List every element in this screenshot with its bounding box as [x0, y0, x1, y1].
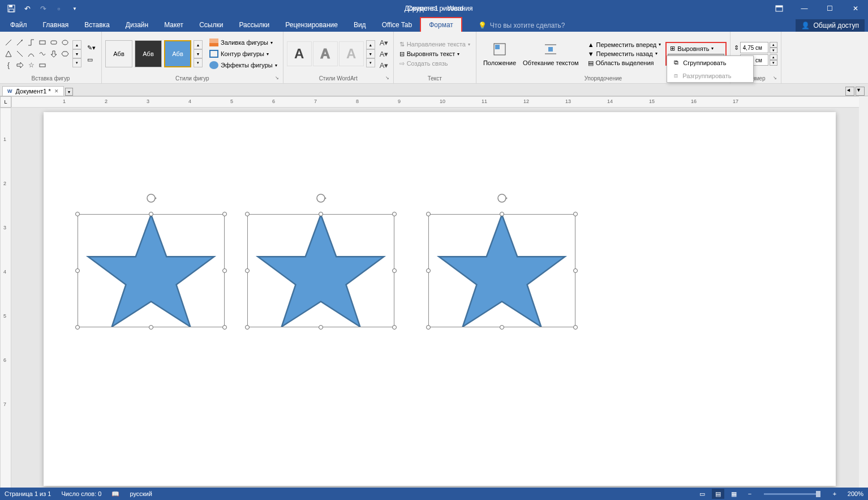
resize-handle[interactable]: [245, 268, 250, 273]
bring-forward-button[interactable]: ▲Переместить вперед▾: [586, 41, 664, 49]
text-fill-button[interactable]: A▾: [379, 37, 390, 48]
resize-handle[interactable]: [426, 212, 431, 216]
rotate-handle-icon[interactable]: [496, 193, 508, 204]
shape-effects-button[interactable]: Эффекты фигуры▾: [207, 60, 280, 70]
wordart-gallery[interactable]: A A A: [287, 41, 364, 66]
rotate-handle-icon[interactable]: [315, 193, 326, 204]
share-button[interactable]: 👤 Общий доступ: [796, 19, 865, 32]
text-effects-button[interactable]: A▾: [379, 60, 390, 70]
resize-handle[interactable]: [319, 325, 323, 330]
shape-elbow[interactable]: [26, 37, 36, 48]
text-direction-button[interactable]: ⇅Направление текста▾: [397, 40, 472, 49]
shape-style-2[interactable]: Абв: [135, 40, 162, 67]
wordart-style-1[interactable]: A: [287, 41, 312, 66]
shape-brace[interactable]: {: [3, 60, 14, 70]
text-wrap-button[interactable]: Обтекание текстом: [519, 39, 582, 68]
shape-style-1[interactable]: Абв: [105, 40, 132, 67]
resize-handle[interactable]: [149, 325, 153, 330]
shapes-gallery[interactable]: { ☆: [3, 37, 70, 70]
shape-rect[interactable]: [37, 37, 48, 48]
tab-nav-left[interactable]: ◄: [845, 87, 854, 96]
close-tab-icon[interactable]: ✕: [54, 88, 59, 94]
shapes-scroll-up[interactable]: ▲: [72, 40, 81, 49]
shape-style-3[interactable]: Абв: [164, 40, 191, 67]
redo-button[interactable]: ↷: [36, 2, 50, 15]
tab-mailings[interactable]: Рассылки: [231, 18, 277, 32]
tell-me-search[interactable]: 💡 Что вы хотите сделать?: [474, 19, 570, 32]
resize-handle[interactable]: [500, 325, 504, 330]
page-indicator[interactable]: Страница 1 из 1: [5, 490, 51, 497]
width-up[interactable]: ▲: [770, 54, 777, 60]
resize-handle[interactable]: [222, 325, 227, 330]
height-input[interactable]: [740, 42, 768, 53]
vertical-ruler[interactable]: 1 2 3 4 5 6 7: [0, 108, 11, 489]
resize-handle[interactable]: [426, 325, 431, 330]
tab-view[interactable]: Вид: [346, 18, 374, 32]
resize-handle[interactable]: [573, 325, 578, 330]
height-down[interactable]: ▼: [770, 48, 777, 53]
shape-star[interactable]: ☆: [26, 60, 36, 70]
resize-handle[interactable]: [500, 212, 504, 216]
resize-handle[interactable]: [573, 268, 578, 273]
read-mode-button[interactable]: ▭: [696, 489, 708, 499]
width-down[interactable]: ▼: [770, 60, 777, 66]
shape-outline-button[interactable]: Контур фигуры▾: [207, 49, 280, 59]
wordart-scroll-down[interactable]: ▼: [366, 49, 375, 58]
tab-home[interactable]: Главная: [35, 18, 77, 32]
wordart-style-2[interactable]: A: [313, 41, 338, 66]
wordart-more-button[interactable]: ▾: [366, 58, 375, 67]
resize-handle[interactable]: [245, 212, 250, 216]
resize-handle[interactable]: [573, 212, 578, 216]
horizontal-ruler[interactable]: 1234567891011121314151617: [11, 96, 868, 108]
undo-button[interactable]: ↶: [20, 2, 34, 15]
align-text-button[interactable]: ⊟Выровнять текст▾: [397, 50, 472, 58]
page-container[interactable]: [11, 108, 868, 489]
star-shape-1[interactable]: [78, 214, 225, 327]
vertical-scrollbar[interactable]: [859, 96, 868, 488]
text-box-button[interactable]: ▭: [85, 55, 98, 65]
tab-options-button[interactable]: ▾: [65, 88, 73, 96]
zoom-level[interactable]: 200%: [848, 490, 863, 497]
close-button[interactable]: ✕: [843, 0, 868, 17]
resize-handle[interactable]: [392, 212, 397, 216]
shape-triangle[interactable]: [3, 49, 14, 59]
group-menu-ungroup[interactable]: ⧈Разгруппировать: [667, 69, 753, 82]
maximize-button[interactable]: ☐: [817, 0, 843, 17]
spell-check-icon[interactable]: 📖: [111, 490, 119, 498]
styles-scroll-down[interactable]: ▼: [194, 49, 203, 58]
shape-banner[interactable]: [37, 60, 48, 70]
tab-format[interactable]: Формат: [420, 17, 462, 32]
tab-design[interactable]: Дизайн: [118, 18, 156, 32]
shapes-more-button[interactable]: ▾: [72, 58, 81, 67]
wordart-scroll-up[interactable]: ▲: [366, 40, 375, 49]
resize-handle[interactable]: [319, 212, 323, 216]
resize-handle[interactable]: [75, 212, 80, 216]
zoom-out-button[interactable]: −: [744, 489, 756, 499]
shape-arrow-down[interactable]: [49, 49, 59, 59]
styles-dialog-launcher[interactable]: ↘: [275, 75, 282, 82]
shape-oval[interactable]: [60, 37, 70, 48]
resize-handle[interactable]: [245, 325, 250, 330]
resize-handle[interactable]: [392, 325, 397, 330]
shape-curve[interactable]: [26, 49, 36, 59]
language-indicator[interactable]: русский: [130, 490, 152, 497]
shape-fill-button[interactable]: Заливка фигуры▾: [207, 37, 280, 48]
create-link-button[interactable]: ⇨Создать связь: [397, 59, 472, 68]
zoom-slider[interactable]: [764, 493, 820, 495]
ribbon-options-button[interactable]: [766, 0, 792, 17]
resize-handle[interactable]: [222, 212, 227, 216]
star-shape-3[interactable]: [428, 214, 575, 327]
resize-handle[interactable]: [75, 325, 80, 330]
web-layout-button[interactable]: ▦: [728, 489, 740, 499]
edit-shape-button[interactable]: ✎▾: [85, 43, 98, 53]
group-menu-group[interactable]: ⧉Сгруппировать: [667, 56, 753, 69]
tab-officetab[interactable]: Office Tab: [374, 18, 420, 32]
rotate-handle-icon[interactable]: [145, 193, 157, 204]
wordart-style-3[interactable]: A: [339, 41, 364, 66]
zoom-in-button[interactable]: +: [828, 489, 841, 499]
send-backward-button[interactable]: ▼Переместить назад▾: [586, 50, 664, 58]
star-shape-2[interactable]: [247, 214, 394, 327]
styles-scroll-up[interactable]: ▲: [194, 40, 203, 49]
print-layout-button[interactable]: ▤: [712, 489, 724, 499]
shape-styles-gallery[interactable]: Абв Абв Абв: [105, 40, 191, 67]
